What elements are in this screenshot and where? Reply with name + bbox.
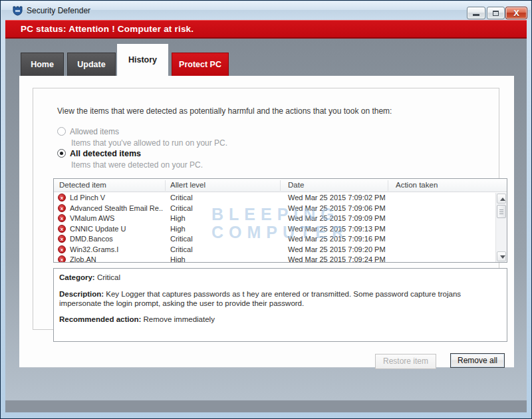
column-detected-item[interactable]: Detected item [59,181,106,189]
alert-level: Critical [170,204,193,212]
recommended-action-line: Recommended action: Remove immediately [59,315,215,323]
threat-details-box: Category: Critical Description: Key Logg… [53,268,507,342]
detected-items-list: xLd Pinch VCriticalWed Mar 25 2015 7:09:… [54,193,495,262]
list-header: Detected item Allert level Date Action t… [54,179,507,192]
history-tab-panel: View the items that were detected as pot… [19,76,514,368]
description-value: Key Logger that captures passwords as t … [59,290,461,307]
scroll-up-button[interactable] [497,194,506,204]
allowed-items-label[interactable]: Allowed items [70,127,119,136]
table-row[interactable]: xZlob.ANHighWed Mar 25 2015 7:09:24 PM [54,255,495,262]
alert-level: High [170,214,186,222]
detection-date: Wed Mar 25 2015 7:09:20 PM [288,245,386,253]
description-line: Description: Key Logger that captures pa… [59,289,498,308]
threat-icon: x [58,235,66,243]
alert-level: Critical [170,245,193,253]
alert-level: Critical [170,235,193,243]
detected-item-name: Ld Pinch V [70,194,163,202]
all-detected-items-radio[interactable] [57,149,66,158]
window-frame: Security Defender X PC status: Attention… [0,0,532,419]
category-label: Category: [59,273,95,281]
list-scrollbar[interactable] [495,193,507,262]
threat-icon: x [58,245,66,253]
table-row[interactable]: xDMD.BancosCriticalWed Mar 25 2015 7:09:… [54,234,495,245]
tab-home[interactable]: Home [21,53,64,76]
title-bar[interactable]: Security Defender X [1,1,531,20]
radio-selected-dot [60,152,63,155]
threat-icon: x [58,214,66,222]
column-allert-level[interactable]: Allert level [170,181,205,189]
pc-status-text: PC status: Attention ! Computer at risk. [21,24,194,34]
tab-protect-pc[interactable]: Protect PC [172,53,229,76]
detected-item-name: Advanced Stealth Email Re... [70,204,163,212]
table-row[interactable]: xAdvanced Stealth Email Re...CriticalWed… [54,204,495,214]
detected-item-name: Win32.Grams.I [70,245,163,253]
recommended-action-label: Recommended action: [59,315,141,323]
detected-item-name: VMalum AWS [70,214,163,222]
threat-icon: x [58,225,66,233]
column-action-taken[interactable]: Action taken [396,181,438,189]
detection-date: Wed Mar 25 2015 7:09:09 PM [288,214,386,222]
arrow-down-icon [500,255,505,259]
minimize-icon [473,14,479,16]
table-row[interactable]: xWin32.Grams.ICriticalWed Mar 25 2015 7:… [54,245,495,255]
detected-item-name: DMD.Bancos [70,235,163,243]
detection-date: Wed Mar 25 2015 7:09:24 PM [288,255,386,262]
column-separator [280,180,281,191]
scrollbar-thumb[interactable] [497,205,506,218]
window-footer-band [5,400,527,412]
detection-date: Wed Mar 25 2015 7:09:16 PM [288,235,386,243]
table-row[interactable]: xVMalum AWSHighWed Mar 25 2015 7:09:09 P… [54,213,495,224]
category-value: Critical [95,273,120,281]
maximize-icon [493,11,499,16]
allowed-items-description: Items that you've allowed to run on your… [71,138,227,148]
table-row[interactable]: xLd Pinch VCriticalWed Mar 25 2015 7:09:… [54,193,495,204]
threat-icon: x [58,255,66,262]
security-defender-shield-icon [12,5,23,17]
alert-level: Critical [170,194,193,202]
threat-icon: x [58,204,66,212]
detected-item-name: CNNIC Update U [70,225,163,233]
history-groupbox: View the items that were detected as pot… [33,88,499,330]
description-label: Description: [59,290,104,298]
window-title: Security Defender [27,6,90,15]
arrow-up-icon [500,198,505,201]
pc-status-banner: PC status: Attention ! Computer at risk. [5,20,527,39]
all-detected-items-label[interactable]: All detected items [70,149,141,158]
remove-all-button[interactable]: Remove all [450,353,505,368]
table-row[interactable]: xCNNIC Update UHighWed Mar 25 2015 7:09:… [54,224,495,235]
all-detected-items-description: Items that were detected on your PC. [71,160,203,170]
alert-level: High [170,225,186,233]
scroll-down-button[interactable] [497,251,506,261]
allowed-items-radio[interactable] [57,127,66,136]
maximize-button[interactable] [487,7,505,19]
category-line: Category: Critical [59,273,120,281]
thumb-grip-icon [499,210,503,214]
column-separator [165,180,166,191]
tab-update[interactable]: Update [67,53,116,76]
tab-history[interactable]: History [117,44,168,77]
column-separator [388,180,388,191]
recommended-action-value: Remove immediately [141,315,215,323]
restore-item-button[interactable]: Restore item [375,354,436,369]
minimize-button[interactable] [467,7,485,19]
close-button[interactable]: X [505,7,527,19]
close-icon: X [506,8,527,18]
alert-level: High [170,255,186,262]
column-date[interactable]: Date [288,181,304,189]
detection-date: Wed Mar 25 2015 7:09:06 PM [288,204,386,212]
detected-items-listbox: Detected item Allert level Date Action t… [53,178,507,263]
detection-date: Wed Mar 25 2015 7:09:02 PM [288,194,386,202]
history-intro-text: View the items that were detected as pot… [57,106,392,116]
detected-item-name: Zlob.AN [70,255,163,262]
threat-icon: x [58,194,66,202]
detection-date: Wed Mar 25 2015 7:09:13 PM [288,225,386,233]
